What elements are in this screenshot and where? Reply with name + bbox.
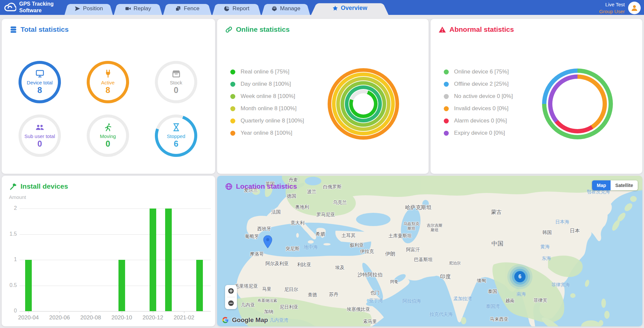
minus-circle-icon (228, 300, 234, 306)
map-place-label: 尼泊尔 (449, 261, 461, 266)
legend-item[interactable]: Real online 6 [75%] (230, 68, 304, 76)
app-title-line2: Software (19, 7, 54, 14)
map-place-label: 罗马尼亚 (316, 212, 335, 217)
x-tick-label: 2020-08 (80, 314, 101, 321)
gridline (20, 260, 211, 260)
stat-label: Active (101, 80, 115, 85)
map-place-label: 土耳其 (342, 233, 355, 238)
zoom-out-button[interactable] (225, 297, 237, 309)
map-place-label: 蒙古 (491, 209, 502, 215)
legend-item[interactable]: No active device 0 [0%] (444, 92, 513, 100)
bar-2020-10 (118, 260, 125, 311)
gridline (20, 311, 211, 311)
satellite-button[interactable]: Satellite (611, 180, 638, 190)
map-place-label: 阿尔及利亚 (265, 261, 289, 266)
map-place-label: 加纳 (264, 309, 273, 314)
map-place-label: 意大利 (291, 220, 304, 225)
legend-item[interactable]: Offline device 2 [25%] (444, 80, 513, 88)
map-water-label: 几内亚湾 (270, 317, 288, 323)
map-place-label: 摩洛哥 (250, 251, 264, 257)
legend-item[interactable]: Alarm devices 0 [0%] (444, 117, 513, 125)
legend-item[interactable]: Week online 8 [100%] (230, 92, 304, 100)
hourglass-icon (172, 123, 181, 132)
google-attribution[interactable]: Google Map (222, 316, 268, 324)
monitor-icon (35, 69, 44, 78)
map-place-label: 利比亚 (297, 262, 311, 267)
y-tick-label: 0.5 (4, 282, 17, 288)
x-tick-label: 2021-02 (174, 314, 194, 321)
nav-tabs: PositionReplayFenceReportManageOverview (65, 0, 389, 15)
map-water-label: 黄海 (540, 244, 550, 249)
person-icon (630, 4, 638, 12)
runner-icon (104, 123, 113, 133)
map-place-label: 吉尔吉斯 斯坦 (427, 223, 442, 233)
legend-item[interactable]: Online device 6 [75%] (444, 68, 513, 76)
map-water-label: 南海 (517, 291, 526, 297)
map-place-label: 几内亚 (241, 302, 255, 307)
ring-quarterly-online (332, 72, 395, 135)
legend-label: Offline device 2 [25%] (454, 81, 509, 87)
online-statistics-title: Online statistics (225, 25, 290, 33)
legend-label: Alarm devices 0 [0%] (454, 117, 507, 124)
zoom-in-button[interactable] (225, 285, 237, 297)
map-button[interactable]: Map (592, 180, 611, 190)
stat-value: 8 (106, 86, 110, 95)
legend-item[interactable]: Invalid devices 0 [0%] (444, 105, 513, 113)
tab-fence[interactable]: Fence (163, 2, 211, 15)
stat-label: Stock (170, 80, 182, 85)
x-tick-mark (60, 311, 60, 313)
avatar[interactable] (628, 2, 641, 14)
install-devices-title: Install devices (10, 182, 68, 190)
map-cluster-marker[interactable]: 6 (514, 271, 526, 282)
star-icon (332, 5, 338, 11)
pie-chart-icon (224, 6, 230, 12)
tab-report[interactable]: Report (212, 2, 261, 15)
map-place-label: 阿富汗 (406, 247, 420, 252)
attribution-text: Google Map (232, 316, 268, 324)
map-place-label: 马里 (262, 286, 271, 292)
legend-label: Real online 6 [75%] (241, 69, 289, 75)
map-place-label: 伊朗 (385, 251, 395, 257)
map-place-label: 西班牙 (257, 226, 271, 231)
map-place-label: 哈萨克斯坦 (405, 205, 432, 211)
user-info[interactable]: Live Test Group User (599, 1, 641, 15)
map-place-label: 中国 (491, 240, 503, 247)
warning-icon (438, 26, 446, 33)
warning-icon (438, 26, 446, 33)
tab-overview[interactable]: Overview (311, 1, 389, 15)
legend-item[interactable]: Quarterly online 8 [100%] (230, 117, 304, 125)
stat-value: 8 (37, 86, 42, 95)
total-statistics-panel: Total statistics Device total 8 Active 8… (2, 19, 215, 174)
stat-circle-active: Active 8 (87, 61, 129, 103)
legend-label: Month online 8 [100%] (241, 105, 297, 112)
tab-label: Replay (134, 5, 151, 12)
x-tick-label: 2020-04 (18, 314, 39, 321)
map-pin-marker[interactable] (263, 235, 272, 250)
map-place-label: 白俄罗斯 (323, 184, 342, 189)
stat-circle-stopped: Stopped 6 (155, 115, 197, 157)
ring-day-online (345, 85, 382, 122)
legend-item[interactable]: Expiry device 0 [0%] (444, 129, 513, 137)
google-logo-icon (222, 316, 229, 324)
globe-icon (225, 183, 233, 190)
app-title: GPS Tracking Software (19, 1, 54, 14)
tab-manage[interactable]: Manage (262, 2, 310, 15)
legend-item[interactable]: Day online 8 [100%] (230, 80, 304, 88)
legend-label: Online device 6 [75%] (454, 69, 509, 75)
legend-label: Invalid devices 0 [0%] (454, 105, 508, 112)
tab-position[interactable]: Position (65, 2, 113, 15)
map-water-label: 地中海 (304, 244, 318, 250)
x-tick-mark (28, 311, 29, 313)
legend-item[interactable]: Year online 8 [100%] (230, 129, 304, 137)
legend-item[interactable]: Month online 8 [100%] (230, 105, 304, 113)
map-type-control: Map Satellite (592, 180, 638, 190)
stat-circle-stock: Stock 0 (155, 61, 197, 103)
globe-icon (225, 183, 233, 190)
tab-replay[interactable]: Replay (114, 2, 162, 15)
y-tick-label: 2 (4, 205, 17, 211)
legend-dot (230, 131, 235, 136)
x-tick-label: 2020-10 (112, 314, 132, 321)
legend-dot (230, 82, 235, 87)
stat-label: Sub user total (24, 133, 55, 139)
map-place-label: 希腊 (316, 231, 325, 237)
